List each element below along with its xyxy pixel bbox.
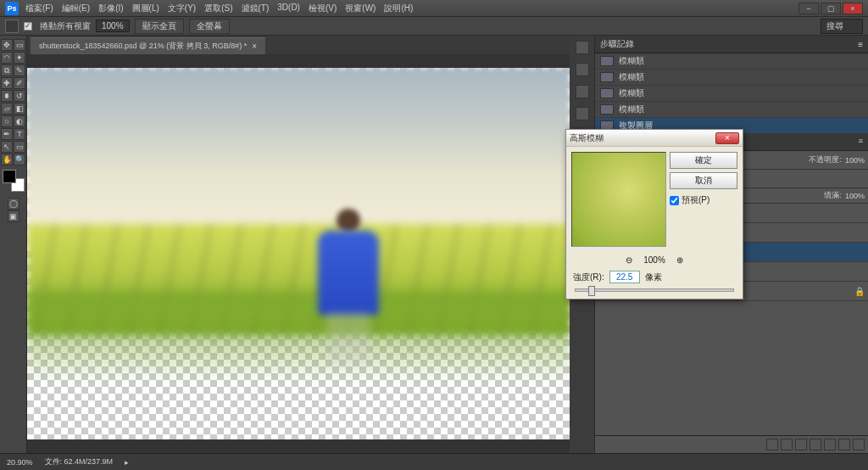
history-brush-tool-icon[interactable]: ↺ xyxy=(14,90,25,102)
slider-thumb[interactable] xyxy=(588,286,595,296)
color-panel-icon[interactable] xyxy=(576,41,589,54)
menu-edit[interactable]: 編輯(E) xyxy=(62,3,90,14)
radius-label: 強度(R): xyxy=(573,271,604,283)
radius-slider[interactable] xyxy=(575,288,734,292)
path-tool-icon[interactable]: ↖ xyxy=(1,141,13,153)
zoom-field[interactable]: 100% xyxy=(96,20,130,32)
zoom-in-icon[interactable]: ⊕ xyxy=(674,254,686,266)
document-area: shutterstock_183542660.psd @ 21% (背景 拷貝 … xyxy=(27,36,570,453)
history-item[interactable]: 模糊類 xyxy=(595,86,868,102)
window-controls: − ▢ × xyxy=(798,3,863,14)
history-item-label: 模糊類 xyxy=(619,104,644,115)
history-item[interactable]: 模糊類 xyxy=(595,102,868,118)
quickmask-icon[interactable]: ◯ xyxy=(8,198,19,210)
scroll-all-checkbox[interactable] xyxy=(24,22,32,31)
tab-close-icon[interactable]: × xyxy=(252,42,257,51)
swatches-panel-icon[interactable] xyxy=(576,63,589,76)
eyedropper-tool-icon[interactable]: ✎ xyxy=(14,64,25,76)
gaussian-blur-dialog: 高斯模糊 × 確定 取消 預視(P) ⊖ 1 xyxy=(565,129,743,299)
layer-style-icon[interactable] xyxy=(781,439,793,450)
healing-tool-icon[interactable]: ✚ xyxy=(1,77,13,89)
layer-buttons xyxy=(595,435,868,453)
close-button[interactable]: × xyxy=(843,3,863,14)
shape-tool-icon[interactable]: ▭ xyxy=(14,141,25,153)
wand-tool-icon[interactable]: ✦ xyxy=(14,52,25,64)
hand-tool-icon[interactable]: ✋ xyxy=(1,154,13,165)
eraser-tool-icon[interactable]: ▱ xyxy=(1,103,13,115)
pen-tool-icon[interactable]: ✒ xyxy=(1,128,13,140)
opacity-label: 不透明度: xyxy=(809,154,842,165)
new-layer-icon[interactable] xyxy=(838,439,850,450)
status-zoom[interactable]: 20.90% xyxy=(7,458,33,467)
maximize-button[interactable]: ▢ xyxy=(821,3,841,14)
status-arrow-icon[interactable]: ▸ xyxy=(125,458,129,467)
info-panel-icon[interactable] xyxy=(576,85,589,98)
menu-file[interactable]: 檔案(F) xyxy=(25,3,53,14)
dialog-titlebar[interactable]: 高斯模糊 × xyxy=(566,130,743,147)
delete-layer-icon[interactable] xyxy=(853,439,865,450)
history-header[interactable]: 步驟記錄 ≡ xyxy=(595,36,868,53)
fit-screen-button[interactable]: 顯示全頁 xyxy=(135,19,184,34)
adjustment-layer-icon[interactable] xyxy=(810,439,821,450)
marquee-tool-icon[interactable]: ▭ xyxy=(14,39,25,51)
history-item-label: 模糊類 xyxy=(619,55,644,67)
menu-window[interactable]: 視窗(W) xyxy=(345,3,376,14)
lasso-tool-icon[interactable]: ◠ xyxy=(1,52,13,64)
ok-button[interactable]: 確定 xyxy=(670,152,737,169)
menu-type[interactable]: 文字(Y) xyxy=(168,3,196,14)
move-tool-icon[interactable]: ✥ xyxy=(1,39,13,51)
dodge-tool-icon[interactable]: ◐ xyxy=(14,115,25,127)
gradient-tool-icon[interactable]: ◧ xyxy=(14,103,25,115)
zoom-out-icon[interactable]: ⊖ xyxy=(623,254,635,266)
link-layers-icon[interactable] xyxy=(766,439,778,450)
stamp-tool-icon[interactable]: ⧯ xyxy=(1,90,13,102)
blur-preview[interactable] xyxy=(571,152,666,247)
scroll-all-label: 捲動所有視窗 xyxy=(40,20,91,32)
menu-image[interactable]: 影像(I) xyxy=(98,3,123,14)
search-field[interactable]: 搜尋 xyxy=(821,19,863,34)
menu-select[interactable]: 選取(S) xyxy=(204,3,232,14)
canvas[interactable] xyxy=(27,68,570,439)
options-bar: 捲動所有視窗 100% 顯示全頁 全螢幕 搜尋 xyxy=(0,17,868,36)
history-panel: 步驟記錄 ≡ 模糊類 模糊類 模糊類 模糊類 複製圖層 xyxy=(595,36,868,134)
panel-menu-icon[interactable]: ≡ xyxy=(854,134,868,150)
cancel-button[interactable]: 取消 xyxy=(670,172,737,189)
current-tool-icon[interactable] xyxy=(5,20,19,33)
adjustments-panel-icon[interactable] xyxy=(576,107,589,120)
menu-filter[interactable]: 濾鏡(T) xyxy=(242,3,270,14)
document-tab-label: shutterstock_183542660.psd @ 21% (背景 拷貝 … xyxy=(39,41,247,52)
radius-input[interactable] xyxy=(609,271,640,283)
brush-tool-icon[interactable]: ✐ xyxy=(14,77,25,89)
menu-view[interactable]: 檢視(V) xyxy=(309,3,337,14)
history-item-label: 模糊類 xyxy=(619,71,644,83)
zoom-tool-icon[interactable]: 🔍 xyxy=(14,154,25,165)
dialog-close-button[interactable]: × xyxy=(715,132,739,144)
fill-value[interactable]: 100% xyxy=(845,192,865,200)
opacity-value[interactable]: 100% xyxy=(845,156,865,165)
lock-icon: 🔒 xyxy=(854,287,865,296)
crop-tool-icon[interactable]: ⧉ xyxy=(1,64,13,76)
menu-layer[interactable]: 圖層(L) xyxy=(132,3,159,14)
radius-unit: 像素 xyxy=(645,271,662,283)
layer-mask-icon[interactable] xyxy=(795,439,807,450)
blur-tool-icon[interactable]: ○ xyxy=(1,115,13,127)
type-tool-icon[interactable]: T xyxy=(14,128,25,140)
document-tab[interactable]: shutterstock_183542660.psd @ 21% (背景 拷貝 … xyxy=(31,37,265,54)
menu-3d[interactable]: 3D(D) xyxy=(277,3,300,14)
history-item[interactable]: 模糊類 xyxy=(595,70,868,86)
menu-bar: Ps 檔案(F) 編輯(E) 影像(I) 圖層(L) 文字(Y) 選取(S) 濾… xyxy=(0,0,868,17)
menu-help[interactable]: 說明(H) xyxy=(384,3,413,14)
minimize-button[interactable]: − xyxy=(798,3,819,14)
screenmode-icon[interactable]: ▣ xyxy=(8,210,19,222)
tools-panel: ✥▭ ◠✦ ⧉✎ ✚✐ ⧯↺ ▱◧ ○◐ ✒T ↖▭ ✋🔍 ◯ ▣ xyxy=(0,36,27,453)
panel-menu-icon[interactable]: ≡ xyxy=(858,40,863,49)
group-icon[interactable] xyxy=(824,439,836,450)
preview-checkbox-input[interactable] xyxy=(670,196,679,205)
history-item[interactable]: 模糊類 xyxy=(595,53,868,70)
status-filesize: 文件: 62.4M/237.9M xyxy=(45,456,114,467)
preview-checkbox[interactable]: 預視(P) xyxy=(670,194,737,206)
history-title: 步驟記錄 xyxy=(600,38,634,50)
color-swatch[interactable] xyxy=(3,170,25,192)
fullscreen-button[interactable]: 全螢幕 xyxy=(189,19,230,34)
document-tabs: shutterstock_183542660.psd @ 21% (背景 拷貝 … xyxy=(27,36,570,54)
